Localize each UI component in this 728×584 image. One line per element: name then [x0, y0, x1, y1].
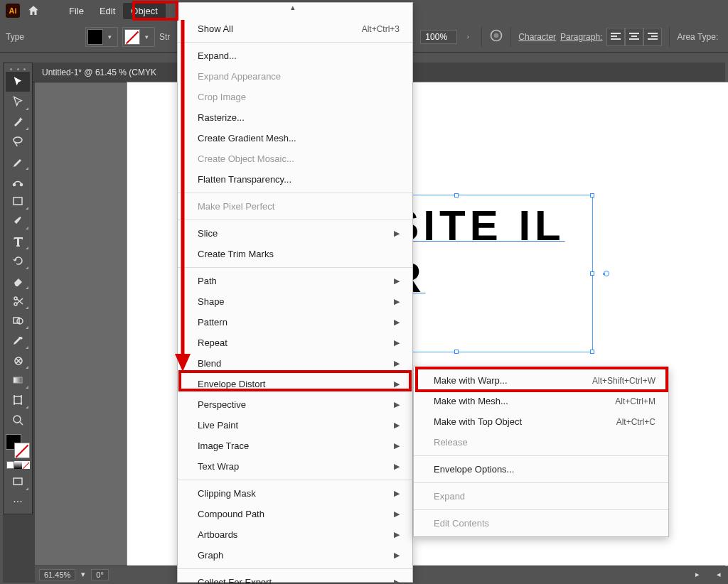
- svg-point-7: [14, 303, 17, 305]
- fill-stroke-icon[interactable]: [6, 434, 30, 458]
- object-menu-item[interactable]: Graph▶: [178, 545, 412, 566]
- object-menu-item[interactable]: Expand...: [178, 45, 412, 66]
- svg-point-2: [14, 137, 22, 143]
- type-label: Type: [6, 32, 24, 42]
- object-menu-item: Expand Appearance: [178, 66, 412, 87]
- rotate-tool[interactable]: [6, 251, 30, 271]
- area-type-label: Area Type:: [677, 32, 718, 42]
- object-menu-item[interactable]: Path▶: [178, 271, 412, 291]
- envelope-menu-item: Edit Contents: [414, 513, 668, 534]
- edit-toolbar[interactable]: ···: [6, 492, 30, 512]
- stroke-swatch[interactable]: ▾: [122, 27, 155, 47]
- align-right-icon[interactable]: [643, 28, 662, 46]
- menu-edit[interactable]: Edit: [92, 3, 123, 19]
- nav-first-icon[interactable]: ▸: [695, 570, 700, 579]
- object-menu-item: Crop Image: [178, 87, 412, 107]
- magic-wand-tool[interactable]: [6, 112, 30, 131]
- curvature-tool[interactable]: [6, 171, 30, 191]
- align-center-icon[interactable]: [625, 28, 643, 46]
- ai-logo-icon: Ai: [6, 4, 20, 18]
- scroll-up-icon[interactable]: ▴: [291, 3, 295, 12]
- object-menu: ▴ Show AllAlt+Ctrl+3Expand...Expand Appe…: [177, 2, 413, 583]
- object-menu-item[interactable]: Image Trace▶: [178, 436, 412, 456]
- align-group: [606, 28, 662, 46]
- object-menu-item[interactable]: Create Trim Marks: [178, 244, 412, 264]
- object-menu-item: Create Object Mosaic...: [178, 148, 412, 169]
- svg-point-13: [14, 416, 21, 423]
- svg-rect-12: [14, 396, 21, 404]
- status-rotate[interactable]: 0°: [91, 569, 109, 580]
- object-menu-item[interactable]: Show AllAlt+Ctrl+3: [178, 18, 412, 39]
- paintbrush-tool[interactable]: [6, 211, 30, 231]
- gradient-tool[interactable]: [6, 370, 30, 390]
- screen-mode-tool[interactable]: [6, 472, 30, 492]
- panel-grip-icon[interactable]: [10, 68, 26, 70]
- shape-builder-tool[interactable]: [6, 310, 30, 330]
- svg-point-4: [21, 184, 23, 186]
- home-icon[interactable]: [27, 4, 40, 17]
- zoom-tool[interactable]: [6, 410, 30, 430]
- color-mode-icons[interactable]: [6, 461, 30, 469]
- menu-object[interactable]: Object: [123, 3, 166, 19]
- selection-tool[interactable]: [6, 72, 30, 92]
- object-menu-item[interactable]: Envelope Distort▶: [178, 374, 412, 394]
- fill-swatch[interactable]: ▾: [85, 27, 118, 47]
- zoom-dd-icon[interactable]: ▾: [81, 570, 85, 579]
- envelope-distort-submenu: Make with Warp...Alt+Shift+Ctrl+WMake wi…: [413, 367, 669, 537]
- eraser-tool[interactable]: [6, 271, 30, 291]
- object-menu-item[interactable]: Slice▶: [178, 223, 412, 244]
- zoom-field[interactable]: 100%: [420, 30, 457, 44]
- envelope-menu-item[interactable]: Make with Mesh...Alt+Ctrl+M: [414, 391, 668, 411]
- tools-panel: ···: [3, 63, 33, 514]
- envelope-menu-item[interactable]: Envelope Options...: [414, 459, 668, 480]
- envelope-menu-item[interactable]: Make with Top ObjectAlt+Ctrl+C: [414, 411, 668, 432]
- object-menu-item[interactable]: Repeat▶: [178, 332, 412, 353]
- object-menu-item[interactable]: Compound Path▶: [178, 504, 412, 524]
- svg-point-9: [17, 318, 23, 324]
- menu-file[interactable]: File: [61, 3, 92, 19]
- object-menu-item[interactable]: Perspective▶: [178, 394, 412, 415]
- paragraph-link[interactable]: Paragraph:: [560, 32, 602, 42]
- svg-rect-14: [14, 478, 22, 485]
- scissors-tool[interactable]: [6, 291, 30, 310]
- lasso-tool[interactable]: [6, 131, 30, 151]
- character-link[interactable]: Character: [518, 32, 556, 42]
- symbol-sprayer-tool[interactable]: [6, 350, 30, 370]
- object-menu-item[interactable]: Clipping Mask▶: [178, 483, 412, 504]
- type-tool[interactable]: [6, 231, 30, 251]
- object-menu-item[interactable]: Rasterize...: [178, 107, 412, 128]
- svg-point-3: [14, 184, 16, 186]
- nav-prev-icon[interactable]: ◂: [717, 570, 721, 579]
- svg-rect-11: [14, 377, 22, 383]
- object-menu-item[interactable]: Live Paint▶: [178, 415, 412, 436]
- status-zoom[interactable]: 61.45%: [39, 569, 75, 580]
- envelope-menu-item[interactable]: Make with Warp...Alt+Shift+Ctrl+W: [414, 370, 668, 391]
- pen-tool[interactable]: [6, 151, 30, 171]
- align-left-icon[interactable]: [606, 28, 625, 46]
- svg-point-1: [494, 33, 499, 38]
- envelope-menu-item: Expand: [414, 486, 668, 507]
- envelope-menu-item: Release: [414, 432, 668, 453]
- zoom-step[interactable]: ›: [461, 33, 474, 40]
- object-menu-item: Make Pixel Perfect: [178, 196, 412, 217]
- stroke-label: Str: [159, 32, 170, 42]
- svg-point-6: [14, 297, 17, 300]
- object-menu-item[interactable]: Shape▶: [178, 291, 412, 312]
- object-menu-item[interactable]: Artboards▶: [178, 524, 412, 545]
- object-menu-item[interactable]: Blend▶: [178, 353, 412, 374]
- direct-selection-tool[interactable]: [6, 92, 30, 112]
- color-wheel-icon[interactable]: [489, 28, 503, 45]
- object-menu-item[interactable]: Pattern▶: [178, 312, 412, 332]
- object-menu-item[interactable]: Create Gradient Mesh...: [178, 128, 412, 148]
- artboard-tool[interactable]: [6, 390, 30, 410]
- object-menu-item[interactable]: Flatten Transparency...: [178, 169, 412, 190]
- object-menu-item[interactable]: Collect For Export▶: [178, 572, 412, 584]
- svg-rect-5: [14, 198, 22, 205]
- rectangle-tool[interactable]: [6, 191, 30, 211]
- eyedropper-tool[interactable]: [6, 330, 30, 350]
- document-tab[interactable]: Untitled-1* @ 61.45 % (CMYK: [42, 67, 156, 77]
- object-menu-item[interactable]: Text Wrap▶: [178, 456, 412, 477]
